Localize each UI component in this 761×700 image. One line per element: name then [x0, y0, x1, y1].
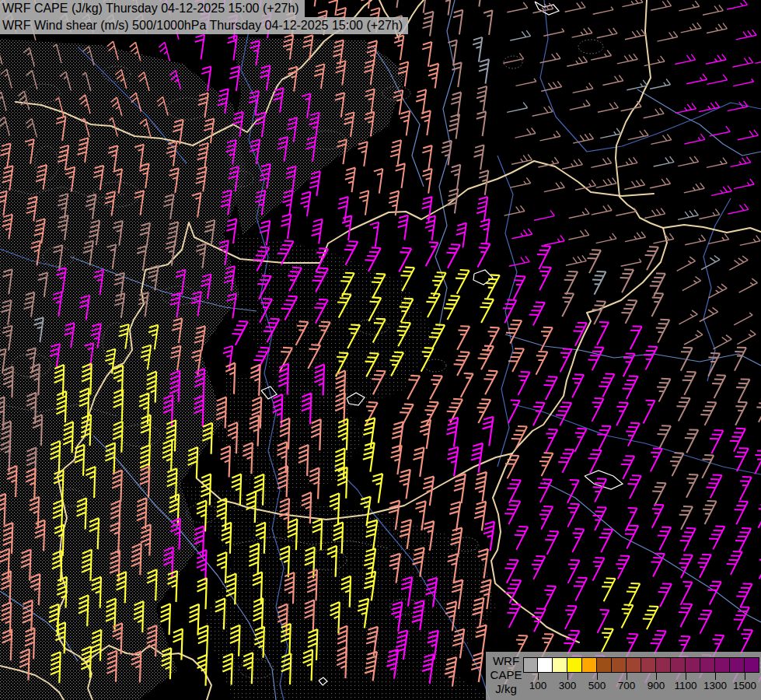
legend-title-line2: CAPE: [489, 668, 523, 682]
legend-tick-label: 1300: [703, 680, 727, 691]
legend-cell: [597, 657, 612, 673]
legend-tick-label: 1100: [674, 680, 696, 691]
legend-cell: [538, 657, 553, 673]
legend-tick-label: 300: [559, 680, 577, 691]
legend-cell: [627, 657, 641, 673]
legend-title: WRF CAPE J/kg: [489, 654, 523, 696]
legend-tick: [686, 673, 686, 680]
legend-tick: [597, 673, 598, 680]
legend-cell: [656, 657, 671, 673]
legend-cell: [745, 657, 759, 673]
wind-barb-map: [0, 0, 761, 700]
wind-shear-title: WRF Wind shear (m/s) 500/1000hPa Thursda…: [0, 17, 408, 34]
cape-legend: WRF CAPE J/kg 10030050070090011001300150…: [486, 652, 761, 700]
legend-tick: [627, 673, 627, 680]
legend-cell: [567, 657, 582, 673]
legend-title-line1: WRF: [489, 654, 523, 668]
legend-tick: [538, 673, 539, 680]
legend-cell: [612, 657, 627, 673]
legend-tick: [567, 673, 568, 680]
legend-tick-label: 1500: [733, 680, 756, 691]
legend-colorbar: [523, 657, 759, 673]
legend-tick: [656, 673, 657, 680]
legend-tick-label: 700: [618, 680, 636, 691]
legend-tick-label: 100: [529, 680, 547, 691]
legend-cell: [582, 657, 597, 673]
legend-cell: [715, 657, 730, 673]
legend-cell: [641, 657, 656, 673]
legend-tick: [715, 673, 716, 680]
cape-title: WRF CAPE (J/kg) Thursday 04-12-2025 15:0…: [0, 0, 305, 17]
title-overlay: WRF CAPE (J/kg) Thursday 04-12-2025 15:0…: [0, 0, 408, 34]
legend-tick: [745, 673, 745, 680]
legend-title-line3: J/kg: [489, 682, 523, 696]
legend-cell: [686, 657, 700, 673]
legend-cell: [671, 657, 686, 673]
legend-tick-label: 900: [648, 680, 665, 691]
legend-cell: [523, 657, 538, 673]
legend-cell: [730, 657, 745, 673]
weather-map-screen: WRF CAPE (J/kg) Thursday 04-12-2025 15:0…: [0, 0, 761, 700]
legend-cell: [553, 657, 567, 673]
legend-cell: [700, 657, 715, 673]
legend-tick-label: 500: [588, 680, 606, 691]
